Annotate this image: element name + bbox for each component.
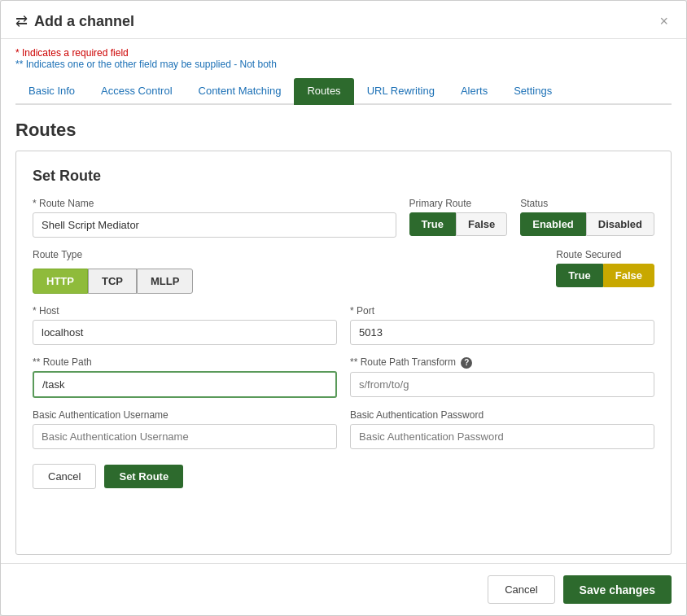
route-name-input[interactable] bbox=[33, 212, 396, 238]
set-route-title: Set Route bbox=[33, 168, 654, 185]
port-group: * Port bbox=[350, 305, 654, 345]
route-secured-toggle: True False bbox=[556, 264, 654, 287]
host-label: * Host bbox=[33, 305, 337, 317]
basic-auth-password-group: Basic Authentication Password bbox=[350, 409, 654, 449]
host-input[interactable] bbox=[33, 320, 337, 345]
basic-auth-password-label: Basic Authentication Password bbox=[350, 409, 654, 421]
primary-route-label: Primary Route bbox=[409, 198, 508, 209]
footer-cancel-button[interactable]: Cancel bbox=[488, 575, 554, 604]
route-path-transform-label: ** Route Path Transform ? bbox=[350, 356, 654, 369]
tab-settings[interactable]: Settings bbox=[501, 78, 565, 105]
tab-content-matching[interactable]: Content Matching bbox=[186, 78, 295, 105]
modal-footer: Cancel Save changes bbox=[1, 563, 686, 615]
row-route-path: ** Route Path ** Route Path Transform ? bbox=[33, 356, 654, 398]
modal-header: ⇄ Add a channel × bbox=[1, 1, 686, 39]
route-path-group: ** Route Path bbox=[33, 356, 337, 398]
row-route-name: * Route Name Primary Route True False St… bbox=[33, 198, 654, 238]
primary-true-btn[interactable]: True bbox=[409, 212, 456, 236]
route-secured-group: Route Secured True False bbox=[556, 249, 654, 287]
route-type-group: Route Type HTTP TCP MLLP bbox=[33, 249, 527, 294]
route-path-transform-group: ** Route Path Transform ? bbox=[350, 356, 654, 397]
route-path-input[interactable] bbox=[33, 371, 337, 398]
modal-body: * Indicates a required field ** Indicate… bbox=[1, 39, 686, 555]
host-group: * Host bbox=[33, 305, 337, 345]
status-label: Status bbox=[520, 198, 654, 209]
route-type-label: Route Type bbox=[33, 249, 527, 260]
status-toggle: Enabled Disabled bbox=[520, 212, 654, 236]
either-or-note: ** Indicates one or the other field may … bbox=[15, 59, 672, 70]
tab-access-control[interactable]: Access Control bbox=[88, 78, 185, 105]
cancel-route-button[interactable]: Cancel bbox=[33, 464, 96, 489]
route-type-buttons: HTTP TCP MLLP bbox=[33, 269, 527, 294]
tab-routes[interactable]: Routes bbox=[294, 78, 353, 105]
primary-route-group: Primary Route True False bbox=[409, 198, 508, 236]
modal-title-row: ⇄ Add a channel bbox=[15, 12, 134, 30]
status-group: Status Enabled Disabled bbox=[520, 198, 654, 236]
route-secured-false-btn[interactable]: False bbox=[603, 264, 654, 287]
close-button[interactable]: × bbox=[656, 13, 672, 30]
route-type-mllp[interactable]: MLLP bbox=[137, 269, 193, 294]
route-secured-label: Route Secured bbox=[556, 249, 654, 260]
info-icon: ? bbox=[461, 357, 472, 369]
field-notes: * Indicates a required field ** Indicate… bbox=[15, 47, 672, 70]
footer-save-button[interactable]: Save changes bbox=[563, 575, 672, 604]
route-path-transform-input[interactable] bbox=[350, 372, 654, 397]
set-route-box: Set Route * Route Name Primary Route Tru… bbox=[15, 151, 672, 555]
shuffle-icon: ⇄ bbox=[15, 12, 28, 30]
page-title: Routes bbox=[15, 120, 672, 141]
tab-basic-info[interactable]: Basic Info bbox=[15, 78, 88, 105]
status-disabled-btn[interactable]: Disabled bbox=[586, 212, 654, 236]
row-basic-auth: Basic Authentication Username Basic Auth… bbox=[33, 409, 654, 449]
basic-auth-username-group: Basic Authentication Username bbox=[33, 409, 337, 449]
tab-url-rewriting[interactable]: URL Rewriting bbox=[354, 78, 448, 105]
primary-false-btn[interactable]: False bbox=[456, 212, 507, 236]
route-type-http[interactable]: HTTP bbox=[33, 269, 88, 294]
add-channel-modal: ⇄ Add a channel × * Indicates a required… bbox=[0, 0, 687, 616]
status-enabled-btn[interactable]: Enabled bbox=[520, 212, 586, 236]
port-input[interactable] bbox=[350, 320, 654, 345]
row-host-port: * Host * Port bbox=[33, 305, 654, 345]
row-route-type: Route Type HTTP TCP MLLP Route Secured T… bbox=[33, 249, 654, 294]
modal-title: Add a channel bbox=[34, 13, 134, 30]
tab-bar: Basic Info Access Control Content Matchi… bbox=[15, 78, 672, 105]
route-type-tcp[interactable]: TCP bbox=[88, 269, 137, 294]
route-name-label: * Route Name bbox=[33, 198, 396, 209]
route-secured-true-btn[interactable]: True bbox=[556, 264, 602, 287]
port-label: * Port bbox=[350, 305, 654, 317]
basic-auth-password-input[interactable] bbox=[350, 424, 654, 449]
set-route-button[interactable]: Set Route bbox=[104, 465, 183, 488]
route-path-label: ** Route Path bbox=[33, 356, 337, 368]
route-name-group: * Route Name bbox=[33, 198, 396, 238]
form-actions: Cancel Set Route bbox=[33, 464, 654, 489]
primary-route-toggle: True False bbox=[409, 212, 508, 236]
basic-auth-username-label: Basic Authentication Username bbox=[33, 409, 337, 421]
basic-auth-username-input[interactable] bbox=[33, 424, 337, 449]
required-note: * Indicates a required field bbox=[15, 47, 672, 59]
tab-alerts[interactable]: Alerts bbox=[448, 78, 501, 105]
